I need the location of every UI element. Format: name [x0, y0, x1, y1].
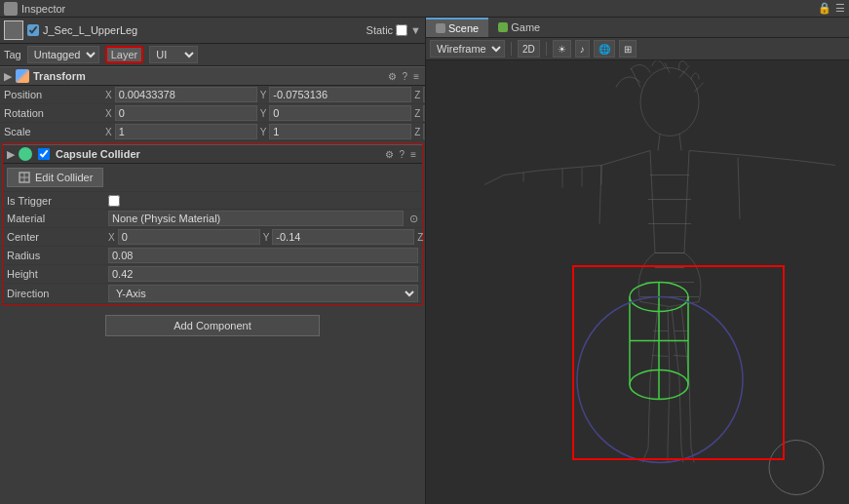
inspector-icon: [4, 2, 18, 16]
center-x-input[interactable]: [118, 229, 260, 245]
svg-rect-3: [426, 60, 849, 504]
transform-header: ▶ Transform ⚙ ? ≡: [0, 66, 425, 86]
scale-label: Scale: [4, 126, 101, 137]
skybox-button[interactable]: 🌐: [594, 40, 615, 58]
transform-settings-btn[interactable]: ⚙: [386, 71, 399, 82]
capsule-icon: [19, 147, 32, 161]
capsule-help-btn[interactable]: ?: [398, 149, 407, 160]
layer-select[interactable]: UI: [149, 46, 198, 63]
tag-layer-row: Tag Untagged Layer UI: [0, 44, 425, 66]
rot-x-label: X: [105, 108, 112, 119]
capsule-settings-btn[interactable]: ⚙: [383, 149, 396, 160]
edit-collider-row: Edit Collider: [3, 164, 422, 192]
topbar-menu-icon[interactable]: ☰: [835, 2, 845, 15]
scene-panel: Scene Game Wireframe Shaded 2D ☀ ♪ 🌐 ⊞: [426, 18, 849, 504]
inspector-panel: J_Sec_L_UpperLeg Static ▼ Tag Untagged L…: [0, 18, 426, 504]
static-dropdown-icon[interactable]: ▼: [410, 24, 421, 36]
material-input[interactable]: [108, 211, 404, 226]
rot-x-input[interactable]: [115, 105, 257, 121]
rotation-label: Rotation: [4, 107, 101, 119]
tab-game[interactable]: Game: [488, 18, 550, 37]
static-label: Static ▼: [367, 24, 421, 36]
topbar-lock-icon[interactable]: 🔒: [818, 2, 831, 15]
transform-collapse-icon[interactable]: ▶: [4, 70, 12, 83]
center-y-label: Y: [263, 232, 270, 243]
object-enabled-checkbox[interactable]: [27, 24, 39, 36]
game-tab-icon: [498, 22, 508, 32]
center-label: Center: [7, 231, 104, 243]
static-checkbox[interactable]: [396, 24, 407, 36]
scale-y-label: Y: [260, 127, 267, 137]
game-tab-label: Game: [511, 21, 540, 33]
inspector-topbar: Inspector 🔒 ☰: [0, 0, 849, 18]
add-component-row: Add Component: [0, 307, 425, 344]
is-trigger-row: Is Trigger: [3, 192, 422, 210]
pos-y-input[interactable]: [269, 87, 411, 102]
transform-section: ▶ Transform ⚙ ? ≡ Position X Y Z: [0, 66, 425, 141]
scale-row: Scale X Y Z: [0, 123, 425, 141]
edit-collider-button[interactable]: Edit Collider: [7, 168, 103, 187]
scale-x-input[interactable]: [115, 124, 257, 139]
2d-button[interactable]: 2D: [518, 40, 540, 58]
scene-tabs: Scene Game: [426, 18, 849, 38]
capsule-enabled-checkbox[interactable]: [38, 148, 50, 160]
transform-title: Transform: [33, 70, 382, 82]
rot-y-input[interactable]: [269, 105, 411, 121]
scene-tab-label: Scene: [448, 22, 479, 34]
radius-input[interactable]: [108, 248, 418, 263]
transform-icon: [16, 69, 29, 83]
capsule-menu-btn[interactable]: ≡: [408, 149, 418, 160]
height-label: Height: [7, 268, 104, 280]
rotation-row: Rotation X Y Z: [0, 104, 425, 123]
gizmo-button[interactable]: ⊞: [619, 40, 637, 58]
height-row: Height: [3, 265, 422, 284]
inspector-title: Inspector: [21, 3, 65, 15]
object-header: J_Sec_L_UpperLeg Static ▼: [0, 18, 425, 44]
layer-label: Layer: [105, 46, 144, 63]
center-y-input[interactable]: [272, 229, 414, 245]
scale-y-input[interactable]: [269, 124, 411, 139]
scale-xyz: X Y Z: [105, 124, 426, 139]
transform-help-btn[interactable]: ?: [401, 71, 410, 82]
is-trigger-label: Is Trigger: [7, 195, 104, 207]
radius-label: Radius: [7, 250, 104, 261]
toolbar-sep-1: [511, 42, 512, 56]
direction-select[interactable]: X-Axis Y-Axis Z-Axis: [108, 285, 418, 302]
scene-viewport[interactable]: [426, 60, 849, 504]
direction-row: Direction X-Axis Y-Axis Z-Axis: [3, 284, 422, 304]
pos-x-label: X: [105, 90, 112, 100]
rot-y-label: Y: [260, 108, 267, 119]
height-input[interactable]: [108, 266, 418, 282]
center-z-label: Z: [417, 232, 423, 243]
capsule-header: ▶ Capsule Collider ⚙ ? ≡: [3, 144, 422, 164]
tag-label: Tag: [4, 49, 21, 60]
audio-button[interactable]: ♪: [575, 40, 590, 58]
light-button[interactable]: ☀: [553, 40, 571, 58]
render-mode-select[interactable]: Wireframe Shaded: [430, 40, 505, 58]
material-row: Material ⊙: [3, 210, 422, 228]
scene-tab-icon: [436, 23, 445, 33]
position-row: Position X Y Z: [0, 86, 425, 104]
add-component-button[interactable]: Add Component: [105, 315, 320, 336]
tab-scene[interactable]: Scene: [426, 18, 488, 37]
object-thumbnail: [4, 20, 23, 40]
material-picker-icon[interactable]: ⊙: [409, 213, 418, 225]
capsule-collapse-icon[interactable]: ▶: [7, 148, 15, 161]
position-label: Position: [4, 89, 101, 100]
is-trigger-checkbox[interactable]: [108, 195, 120, 207]
pos-y-label: Y: [260, 90, 267, 100]
direction-label: Direction: [7, 288, 104, 299]
transform-menu-btn[interactable]: ≡: [411, 71, 421, 82]
pos-x-input[interactable]: [115, 87, 257, 102]
position-xyz: X Y Z: [105, 87, 426, 102]
rot-z-label: Z: [414, 108, 420, 119]
rotation-xyz: X Y Z: [105, 105, 426, 121]
tag-select[interactable]: Untagged: [27, 46, 99, 63]
material-label: Material: [7, 213, 104, 224]
center-xyz: X Y Z: [108, 229, 426, 245]
pos-z-label: Z: [414, 90, 420, 100]
toolbar-sep-2: [546, 42, 547, 56]
radius-row: Radius: [3, 247, 422, 265]
scene-3d-view: [426, 60, 849, 504]
center-row: Center X Y Z: [3, 228, 422, 247]
